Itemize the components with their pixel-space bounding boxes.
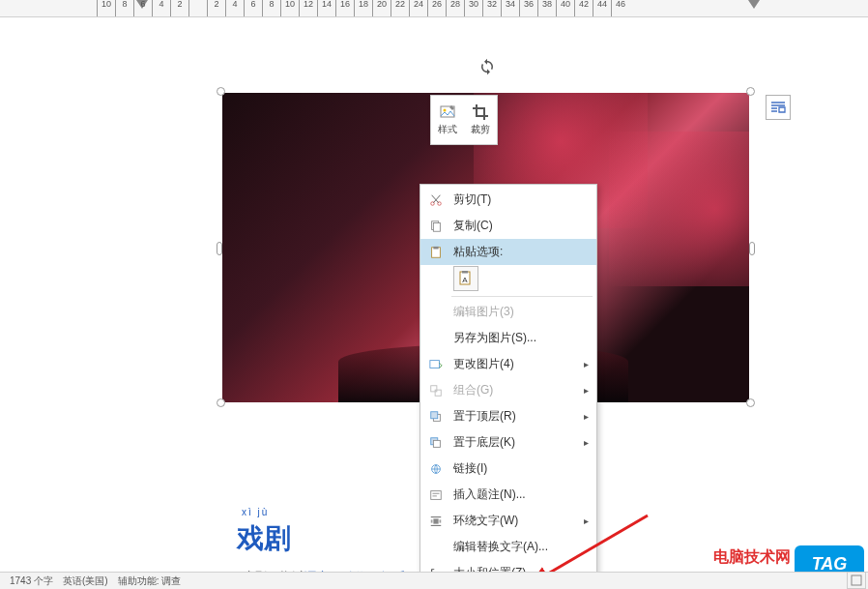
link-icon [424, 459, 448, 479]
ctx-group: 组合(G) ▸ [420, 377, 596, 403]
watermark-brand: 电脑技术网 [713, 547, 791, 568]
submenu-arrow-icon: ▸ [584, 359, 589, 369]
group-icon [424, 381, 448, 400]
caption-icon [424, 486, 448, 505]
resize-handle-bottom-left[interactable] [217, 398, 225, 407]
title-ruby: xì jù [242, 507, 269, 517]
link-label: 链接(I) [453, 460, 589, 477]
ruler-tick: 4 [225, 0, 244, 16]
ruler-tick: 22 [391, 0, 409, 16]
ctx-copy-label: 复制(C) [453, 218, 589, 234]
svg-rect-11 [430, 360, 440, 368]
submenu-arrow-icon: ▸ [584, 437, 589, 448]
rotate-handle[interactable] [478, 58, 496, 75]
context-menu: 剪切(T) 复制(C) 粘贴选项: A 编辑图片(3) 另存为图片(S)... … [420, 184, 597, 589]
ruler-tick: 42 [574, 0, 593, 16]
resize-handle-left[interactable] [217, 242, 222, 255]
ruler-tick: 18 [354, 0, 372, 16]
ctx-change-picture[interactable]: 更改图片(4) ▸ [420, 351, 596, 377]
svg-point-1 [444, 109, 447, 112]
ruler-tick: 34 [501, 0, 519, 16]
document-canvas[interactable]: 样式 裁剪 剪切(T) 复制(C) 粘贴选项: A 编辑图片(3) [0, 17, 868, 572]
crop-button[interactable]: 裁剪 [464, 96, 497, 144]
clipboard-a-icon: A [457, 270, 475, 287]
expand-icon [851, 574, 862, 586]
change-pic-label: 更改图片(4) [453, 356, 584, 372]
language-indicator[interactable]: 英语(美国) [63, 574, 108, 588]
ctx-edit-alt-text[interactable]: 编辑替换文字(A)... [420, 534, 596, 560]
ruler-tick: 26 [427, 0, 446, 16]
paste-header-label: 粘贴选项: [453, 244, 589, 260]
resize-handle-top-right[interactable] [746, 87, 755, 96]
svg-rect-19 [431, 490, 442, 499]
layout-options-button[interactable] [766, 95, 791, 120]
ruler-tick: 36 [519, 0, 537, 16]
svg-rect-13 [435, 390, 441, 396]
wrap-label: 环绕文字(W) [453, 513, 584, 529]
svg-text:A: A [462, 276, 468, 284]
resize-handle-right[interactable] [749, 242, 755, 255]
ruler-tick: 8 [262, 0, 280, 16]
ruler-tick: 4 [152, 0, 170, 16]
word-count[interactable]: 1743 个字 [10, 574, 53, 588]
ctx-bring-to-front[interactable]: 置于顶层(R) ▸ [420, 403, 596, 429]
horizontal-ruler: 1086422468101214161820222426283032343638… [0, 0, 868, 17]
ctx-copy[interactable]: 复制(C) [420, 213, 596, 239]
style-label: 样式 [438, 123, 457, 136]
submenu-arrow-icon: ▸ [584, 515, 589, 526]
alt-text-label: 编辑替换文字(A)... [453, 539, 589, 555]
document-title[interactable]: 戏剧 [237, 520, 291, 557]
ruler-tick: 6 [244, 0, 262, 16]
cut-icon [424, 191, 448, 210]
svg-rect-20 [433, 518, 438, 523]
ruler-tick: 12 [299, 0, 317, 16]
ctx-link[interactable]: 链接(I) [420, 456, 596, 482]
ctx-send-to-back[interactable]: 置于底层(K) ▸ [420, 429, 596, 456]
ruler-tick: 40 [556, 0, 574, 16]
change-pic-icon [424, 355, 448, 374]
ctx-edit-picture: 编辑图片(3) [420, 299, 596, 325]
paste-options-row: A [420, 265, 596, 294]
svg-rect-12 [431, 385, 437, 391]
ctx-cut[interactable]: 剪切(T) [420, 187, 596, 213]
style-button[interactable]: 样式 [431, 96, 464, 144]
ruler-right-marker[interactable] [748, 0, 760, 9]
caption-label: 插入题注(N)... [453, 486, 589, 503]
ruler-tick: 44 [593, 0, 611, 16]
svg-rect-7 [433, 246, 438, 249]
save-as-pic-label: 另存为图片(S)... [453, 330, 589, 346]
send-back-icon [424, 433, 448, 453]
svg-rect-15 [431, 411, 438, 418]
ruler-tick: 16 [335, 0, 354, 16]
ctx-wrap-text[interactable]: 环绕文字(W) ▸ [420, 508, 596, 534]
ctx-cut-label: 剪切(T) [453, 191, 589, 208]
svg-rect-23 [852, 575, 861, 585]
group-label: 组合(G) [453, 382, 584, 398]
bring-front-label: 置于顶层(R) [453, 408, 584, 425]
crop-label: 裁剪 [471, 123, 490, 136]
ruler-tick: 30 [464, 0, 482, 16]
paste-option-keep-text[interactable]: A [453, 266, 478, 291]
ruler-tick: 46 [611, 0, 629, 16]
bring-front-icon [424, 407, 448, 427]
wrap-text-icon [424, 512, 448, 531]
crop-icon [472, 103, 489, 121]
mini-toolbar: 样式 裁剪 [430, 95, 498, 145]
status-icon[interactable] [847, 572, 866, 589]
picture-style-icon [439, 103, 456, 121]
svg-rect-5 [433, 222, 440, 231]
ruler-tick: 32 [482, 0, 501, 16]
accessibility-status[interactable]: 辅助功能: 调查 [118, 574, 182, 588]
edit-pic-label: 编辑图片(3) [453, 304, 589, 320]
ctx-paste-options-header: 粘贴选项: [420, 239, 596, 265]
ruler-tick: 2 [170, 0, 188, 16]
status-bar: 1743 个字 英语(美国) 辅助功能: 调查 [0, 572, 868, 589]
submenu-arrow-icon: ▸ [584, 385, 589, 396]
ctx-insert-caption[interactable]: 插入题注(N)... [420, 482, 596, 508]
ruler-tick: 38 [537, 0, 556, 16]
ruler-tick: 24 [409, 0, 427, 16]
ruler-tick: 14 [317, 0, 335, 16]
resize-handle-bottom-right[interactable] [746, 398, 755, 407]
ctx-save-as-picture[interactable]: 另存为图片(S)... [420, 325, 596, 351]
resize-handle-top-left[interactable] [217, 87, 225, 96]
